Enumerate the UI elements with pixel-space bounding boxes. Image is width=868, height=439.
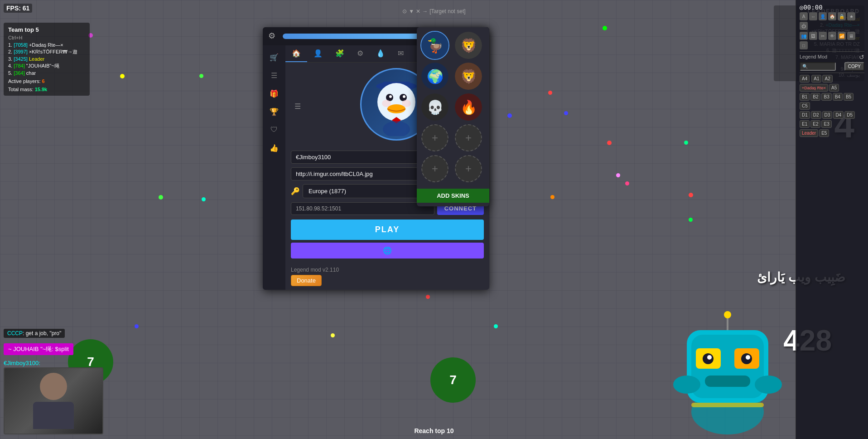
rp-btn-a4[interactable]: A4 xyxy=(800,75,810,83)
map-dot-8 xyxy=(202,197,206,201)
target-indicator: ⊙▼✕→ [Target not set] xyxy=(402,8,465,15)
legend-mod-label: Legend Mod xyxy=(800,54,827,59)
tab-drop[interactable]: 💧 xyxy=(370,45,391,62)
rp-icon-person[interactable]: 👤 xyxy=(819,12,827,20)
ip-input[interactable] xyxy=(291,202,434,215)
rp-btn-e3[interactable]: E3 xyxy=(821,120,831,128)
map-dot-12 xyxy=(616,173,620,177)
team-player-2: 2. [3997] ×KR!sTÖFFER₩→遊 xyxy=(8,49,85,55)
rp-icon-a[interactable]: A xyxy=(800,12,808,20)
rp-btn-d5[interactable]: D5 xyxy=(844,111,855,119)
rp-icon-img[interactable]: 🖼 xyxy=(809,32,817,40)
team-player-4: 4. [784] "JOUHAIB"~绳 xyxy=(8,63,85,69)
svg-point-21 xyxy=(673,376,700,394)
rp-icon-lock[interactable]: 🔒 xyxy=(838,12,846,20)
svg-point-5 xyxy=(389,95,392,98)
rp-btn-a1[interactable]: A1 xyxy=(811,75,821,83)
avatar-icons-row: ☰ xyxy=(291,100,304,112)
map-dot-22 xyxy=(625,181,629,185)
rp-btn-leader[interactable]: Leader xyxy=(800,129,818,137)
sidebar-tab-shield[interactable]: 🛡 xyxy=(265,122,283,138)
rp-search-input[interactable] xyxy=(800,62,836,71)
rp-timer: ◎00:00 xyxy=(800,4,823,11)
sidebar-tab-thumbs[interactable]: 👍 xyxy=(265,140,283,156)
rp-btn-row-leader: Leader E5 xyxy=(800,129,864,137)
rp-btn-e2[interactable]: E2 xyxy=(810,120,820,128)
add-skins-button[interactable]: ADD SKINS xyxy=(417,189,489,203)
sidebar-tab-gift[interactable]: 🎁 xyxy=(265,85,283,102)
rp-divider-2 xyxy=(800,73,864,73)
rp-icon-move[interactable]: ↔ xyxy=(809,12,817,20)
tab-puzzle[interactable]: 🧩 xyxy=(329,45,351,62)
rp-btn-d2[interactable]: D2 xyxy=(811,111,821,119)
skin-item-skull[interactable]: 💀 xyxy=(420,93,449,122)
skin-item-lion[interactable]: 🦁 xyxy=(454,31,483,60)
gear-icon[interactable]: ⚙ xyxy=(268,31,279,42)
rp-btn-b4[interactable]: B4 xyxy=(833,93,843,101)
map-dot-7 xyxy=(159,195,163,200)
sidebar-tab-menu[interactable]: ☰ xyxy=(265,67,283,83)
team-panel: Team top 5 Ctrl+H 1. [7058] +Dadaş Rte—×… xyxy=(4,23,90,96)
rp-btn-e1[interactable]: E1 xyxy=(800,120,810,128)
right-grid-panel: ◎00:00 A ↔ 👤 🏠 🔒 ★ ⏻ 👥 🖼 ✂ 👁 📶 🖥 □ Legen… xyxy=(796,0,868,439)
rp-btn-d3[interactable]: D3 xyxy=(822,111,833,119)
rp-btn-e5[interactable]: E5 xyxy=(819,129,829,137)
skin-item-empty-3[interactable]: + xyxy=(420,154,449,183)
svg-point-24 xyxy=(724,311,731,318)
rp-btn-d1[interactable]: D1 xyxy=(800,111,810,119)
globe-button[interactable]: 🌐 xyxy=(291,243,484,259)
rp-btn-row-b: B1 B2 B3 B4 B5 xyxy=(800,93,864,101)
rp-icon-wifi[interactable]: 📶 xyxy=(838,32,846,40)
rp-btn-dadas[interactable]: +Dadaş Rte× xyxy=(800,84,828,92)
tab-envelope[interactable]: ✉ xyxy=(391,45,410,62)
rp-icon-home-sm[interactable]: 🏠 xyxy=(828,12,836,20)
webcam-preview xyxy=(4,367,103,434)
team-player-5: 5. [364] char xyxy=(8,70,85,76)
refresh-button[interactable]: ↺ xyxy=(859,54,864,61)
rp-btn-row-1: A4 A1 A2 xyxy=(800,75,864,83)
rp-btn-b3[interactable]: B3 xyxy=(821,93,831,101)
rp-btn-b5[interactable]: B5 xyxy=(844,93,854,101)
skin-item-empty-4[interactable]: + xyxy=(454,154,483,183)
rp-icon-scissors[interactable]: ✂ xyxy=(819,32,827,40)
rp-icon-eye2[interactable]: 👁 xyxy=(828,32,836,40)
skin-item-empty-2[interactable]: + xyxy=(454,123,483,152)
rp-btn-a2[interactable]: A2 xyxy=(822,75,832,83)
webcam-placeholder xyxy=(5,368,102,434)
rp-copy-button[interactable]: COPY xyxy=(844,62,864,71)
rp-btn-b2[interactable]: B2 xyxy=(810,93,820,101)
tab-home[interactable]: 🏠 xyxy=(285,45,307,62)
svg-point-8 xyxy=(382,100,391,107)
skin-add-icon-2: + xyxy=(455,124,482,151)
bottom-reach-text: Reach top 10 xyxy=(414,427,453,434)
play-button[interactable]: PLAY xyxy=(291,220,484,240)
skin-item-earth[interactable]: 🌍 xyxy=(420,62,449,91)
rp-icon-power[interactable]: ⏻ xyxy=(800,22,808,30)
player-id-label: €Jimboy3100: xyxy=(4,360,40,366)
rp-icon-group[interactable]: 👥 xyxy=(800,32,808,40)
svg-point-6 xyxy=(403,95,405,98)
tab-profile[interactable]: 👤 xyxy=(307,45,329,62)
map-dot-5 xyxy=(548,91,552,95)
tab-settings[interactable]: ⚙ xyxy=(351,45,370,62)
rp-btn-row-d: D1 D2 D3 D4 D5 xyxy=(800,111,864,119)
rp-btn-a5[interactable]: A5 xyxy=(829,84,839,92)
donate-button[interactable]: Donate xyxy=(291,275,322,286)
rp-btn-c5[interactable]: C5 xyxy=(800,102,810,110)
avatar-icon-btn-1[interactable]: ☰ xyxy=(291,100,304,112)
skins-panel: 🦆 🦁 🌍 🦁 💀 🔥 + + + + xyxy=(417,27,489,206)
rp-btn-d4[interactable]: D4 xyxy=(833,111,844,119)
skin-item-donald[interactable]: 🦆 xyxy=(420,31,449,60)
rp-icon-monitor[interactable]: 🖥 xyxy=(847,32,855,40)
rp-btn-b1[interactable]: B1 xyxy=(800,93,810,101)
robot-svg xyxy=(664,294,791,439)
skin-item-empty-1[interactable]: + xyxy=(420,123,449,152)
rp-icon-star[interactable]: ★ xyxy=(847,12,855,20)
sidebar-tab-shop[interactable]: 🛒 xyxy=(265,49,283,65)
skin-item-lion2[interactable]: 🦁 xyxy=(454,62,483,91)
team-panel-subtitle: Ctrl+H xyxy=(8,35,85,40)
skin-item-fire[interactable]: 🔥 xyxy=(454,93,483,122)
sidebar-tab-trophy[interactable]: 🏆 xyxy=(265,103,283,120)
rp-icon-square[interactable]: □ xyxy=(800,41,808,49)
rp-icon-row-2: 👥 🖼 ✂ 👁 📶 🖥 □ xyxy=(800,32,864,49)
